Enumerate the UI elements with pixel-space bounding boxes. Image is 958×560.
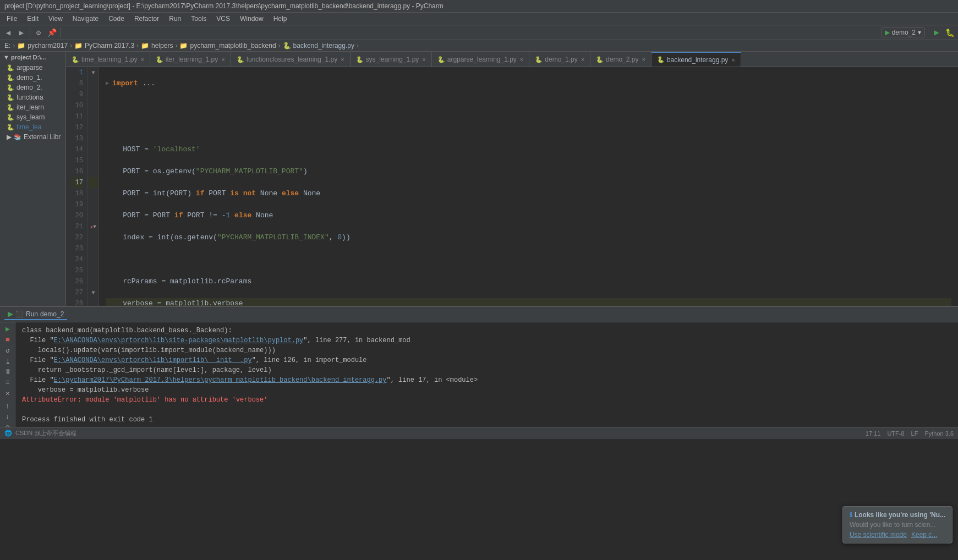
menu-tools[interactable]: Tools	[187, 14, 211, 24]
tab-func-learning[interactable]: 🐍 functionclosures_learning_1.py ×	[231, 52, 351, 67]
tab-close[interactable]: ×	[341, 56, 344, 63]
tab-close[interactable]: ×	[221, 56, 225, 63]
code-line-8	[106, 100, 951, 111]
console-link-1[interactable]: E:\ANACONDA\envs\prtorch\lib\site-packag…	[54, 337, 304, 344]
collapse-icon[interactable]: ▼	[3, 54, 9, 61]
menu-help[interactable]: Help	[269, 14, 292, 24]
stop-button[interactable]: ■	[2, 336, 13, 344]
bottom-tab-run[interactable]: ▶ ⬛ Run demo_2	[4, 309, 67, 320]
status-position[interactable]: 17:11	[866, 430, 881, 437]
project-item-iter[interactable]: 🐍 iter_learn	[0, 102, 65, 112]
status-encoding[interactable]: UTF-8	[887, 430, 904, 437]
tab-backend-interagg[interactable]: 🐍 backend_interagg.py ×	[652, 52, 741, 67]
item-label: sys_learn	[17, 113, 45, 121]
menu-code[interactable]: Code	[104, 14, 129, 24]
status-icon: 🌐	[4, 430, 12, 437]
fold-icon-3[interactable]: ▼	[91, 290, 95, 296]
tab-argparse[interactable]: 🐍 argparse_learning_1.py ×	[432, 52, 530, 67]
fold-expand[interactable]: ▶	[106, 78, 112, 89]
tab-close[interactable]: ×	[422, 56, 425, 63]
project-item-time[interactable]: 🐍 time_lea	[0, 122, 65, 132]
menu-window[interactable]: Window	[236, 14, 268, 24]
tab-label: iter_learning_1.py	[166, 56, 218, 63]
tab-close[interactable]: ×	[581, 56, 584, 63]
code-line-11: PORT = os.getenv("PYCHARM_MATPLOTLIB_POR…	[106, 166, 951, 177]
tab-demo2[interactable]: 🐍 demo_2.py ×	[590, 52, 652, 67]
code-content[interactable]: ▶ import ... HOST = 'localhost' PORT = o…	[99, 67, 958, 306]
status-python[interactable]: Python 3.6	[924, 430, 954, 437]
project-item-extlibs[interactable]: ▶ 📚 External Libr	[0, 132, 65, 142]
notif-link-scientific[interactable]: Use scientific mode	[850, 531, 907, 539]
menu-vcs[interactable]: VCS	[212, 14, 234, 24]
up-button[interactable]: ↑	[2, 402, 13, 410]
line-numbers: 1 8 9 10 11 12 13 14 15 16 17 18 19 20 2…	[66, 67, 88, 306]
run-config-dropdown[interactable]: ▶ demo_2 ▾	[881, 28, 925, 37]
console-line-7: verbose = matplotlib.verbose	[22, 385, 951, 395]
console-line-5: return _bootstrap._gcd_import(name[level…	[22, 365, 951, 375]
pause-button[interactable]: ⏸	[2, 368, 13, 376]
item-label: demo_2.	[17, 84, 42, 91]
status-linesep[interactable]: LF	[911, 430, 918, 437]
menu-file[interactable]: File	[2, 14, 21, 24]
status-left: 🌐 CSDN @上帝不会编程	[4, 429, 76, 437]
breadcrumb-pycharm2017[interactable]: pycharm2017	[28, 42, 68, 50]
bottom-content: ▶ ■ ↺ ⤓ ⏸ ≡ ✕ ↑ ↓ ⊘ ⊡ class backend_mod(…	[0, 322, 958, 427]
fold-icon-2[interactable]: ▼	[93, 224, 96, 230]
toolbar-settings[interactable]: ⚙	[32, 26, 45, 39]
bottom-panel: ▶ ⬛ Run demo_2 ▶ ■ ↺ ⤓ ⏸ ≡ ✕ ↑ ↓ ⊘ ⊡ cla…	[0, 306, 958, 427]
menu-refactor[interactable]: Refactor	[130, 14, 163, 24]
breadcrumb-drive[interactable]: E:	[4, 42, 10, 50]
tab-demo1[interactable]: 🐍 demo_1.py ×	[529, 52, 590, 67]
menu-view[interactable]: View	[44, 14, 67, 24]
close-panel-button[interactable]: ✕	[2, 389, 13, 398]
py-icon: 🐍	[7, 124, 14, 131]
run-again-button[interactable]: ▶	[2, 325, 13, 333]
tab-close[interactable]: ×	[642, 56, 645, 63]
py-icon: 🐍	[7, 94, 14, 101]
fold-icon[interactable]: ▼	[91, 70, 95, 76]
toolbar-pin[interactable]: 📌	[46, 26, 58, 39]
project-item-demo2[interactable]: 🐍 demo_2.	[0, 83, 65, 92]
tab-close[interactable]: ×	[731, 57, 735, 63]
tab-sys-learning[interactable]: 🐍 sys_learning_1.py ×	[351, 52, 432, 67]
code-line-16: rcParams = matplotlib.rcParams	[106, 276, 951, 287]
project-item-sys[interactable]: 🐍 sys_learn	[0, 112, 65, 122]
console-link-3[interactable]: E:\pycharm2017\PyCharm_2017.3\helpers\py…	[54, 376, 387, 384]
status-right: 17:11 UTF-8 LF Python 3.6	[866, 430, 954, 437]
console-line-1: class backend_mod(matplotlib.backend_bas…	[22, 326, 951, 336]
notif-link-keep[interactable]: Keep c...	[911, 531, 937, 539]
settings-button[interactable]: ≡	[2, 378, 13, 387]
status-bar: 🌐 CSDN @上帝不会编程 17:11 UTF-8 LF Python 3.6	[0, 427, 958, 439]
toolbar-forward[interactable]: ▶	[15, 26, 28, 39]
breadcrumb-file[interactable]: backend_interagg.py	[293, 42, 354, 50]
tab-time-learning[interactable]: 🐍 time_learning_1.py ×	[66, 52, 150, 67]
code-editor[interactable]: 1 8 9 10 11 12 13 14 15 16 17 18 19 20 2…	[66, 67, 958, 306]
menu-navigate[interactable]: Navigate	[68, 14, 103, 24]
rerun-button[interactable]: ↺	[2, 346, 13, 355]
tab-iter-learning[interactable]: 🐍 iter_learning_1.py ×	[150, 52, 231, 67]
project-item-argparse[interactable]: 🐍 argparse	[0, 63, 65, 73]
project-item-demo1[interactable]: 🐍 demo_1.	[0, 73, 65, 83]
down-button[interactable]: ↓	[2, 413, 13, 421]
breadcrumb-backend[interactable]: pycharm_matplotlib_backend	[190, 42, 276, 50]
tab-close[interactable]: ×	[140, 56, 144, 63]
info-icon: ℹ	[850, 511, 852, 519]
menu-edit[interactable]: Edit	[23, 14, 43, 24]
menu-run[interactable]: Run	[165, 14, 185, 24]
toolbar-back[interactable]: ◀	[2, 26, 14, 39]
console-line-error: AttributeError: module 'matplotlib' has …	[22, 395, 951, 405]
run-button[interactable]: ▶	[930, 26, 943, 39]
py-icon: 🐍	[7, 104, 14, 111]
tab-label: sys_learning_1.py	[366, 56, 419, 63]
project-item-func[interactable]: 🐍 functiona	[0, 92, 65, 102]
console-line-3: locals().update(vars(importlib.import_mo…	[22, 345, 951, 355]
debug-button[interactable]: 🐛	[944, 26, 956, 39]
console-link-2[interactable]: E:\ANACONDA\envs\prtorch\lib\importlib\_…	[54, 356, 252, 364]
filter-button[interactable]: ⊘	[2, 423, 13, 427]
notif-title-text: Looks like you're using 'Nu...	[855, 511, 945, 519]
tab-close[interactable]: ×	[520, 56, 523, 63]
tab-icon: 🐍	[596, 56, 604, 63]
breadcrumb-pycharm173[interactable]: PyCharm 2017.3	[85, 42, 134, 50]
scroll-to-end[interactable]: ⤓	[2, 357, 13, 366]
breadcrumb-helpers[interactable]: helpers	[151, 42, 173, 50]
